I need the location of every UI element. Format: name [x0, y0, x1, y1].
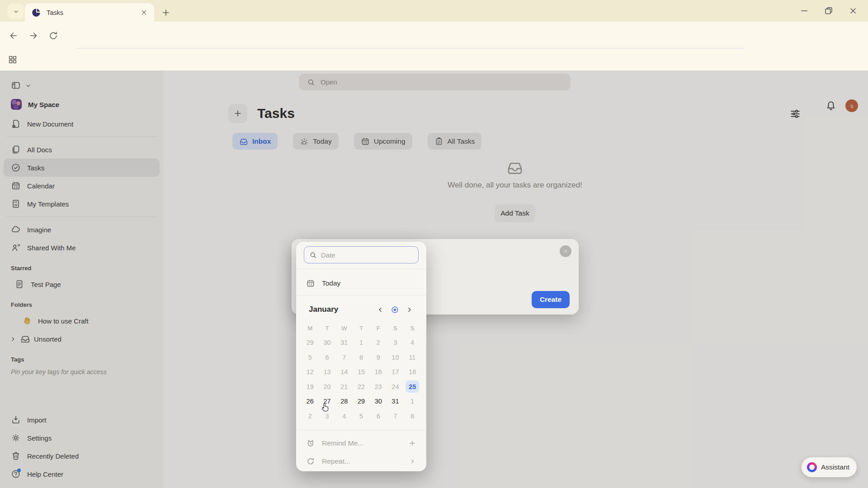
date-picker-popover: Today January MTWTFSS 293031123456789101…: [296, 242, 426, 471]
create-button[interactable]: Create: [532, 291, 570, 308]
day-25-today[interactable]: 25: [404, 380, 421, 394]
close-icon: [562, 248, 569, 254]
jump-to-today-icon[interactable]: [391, 305, 399, 314]
chevron-right-icon: [408, 457, 416, 465]
browser-tab[interactable]: Tasks: [25, 3, 154, 22]
back-icon: [9, 31, 19, 41]
minimize-button[interactable]: [797, 4, 811, 18]
next-month-icon[interactable]: [405, 305, 414, 314]
restore-button[interactable]: [822, 4, 835, 18]
day-18: 18: [404, 365, 421, 380]
day-29: 29: [302, 335, 319, 350]
day-2: 2: [302, 409, 319, 424]
mouse-cursor: [320, 401, 331, 413]
weekday-label: W: [335, 322, 353, 334]
day-4: 4: [404, 335, 421, 350]
plus-icon: [161, 8, 171, 18]
apps-grid-icon[interactable]: [5, 52, 20, 67]
popover-divider: [296, 430, 426, 430]
modal-close-button[interactable]: [560, 245, 571, 257]
day-1: 1: [353, 335, 370, 350]
day-22: 22: [353, 380, 370, 394]
day-24: 24: [387, 380, 404, 394]
assistant-ring-icon: [807, 462, 817, 472]
reload-icon: [48, 31, 58, 41]
day-29[interactable]: 29: [353, 394, 370, 409]
window-controls: [797, 0, 864, 22]
date-search-input[interactable]: [321, 251, 413, 259]
day-1: 1: [404, 394, 421, 409]
day-15: 15: [353, 365, 370, 380]
remind-me-option[interactable]: Remind Me...: [296, 433, 426, 453]
bookmark-strip: [0, 49, 868, 70]
month-label: January: [309, 305, 376, 314]
day-16: 16: [370, 365, 387, 380]
repeat-option[interactable]: Repeat...: [296, 451, 426, 471]
close-window-button[interactable]: [846, 4, 860, 18]
back-button[interactable]: [6, 28, 21, 43]
day-31[interactable]: 31: [387, 394, 404, 409]
tab-search-button[interactable]: [8, 4, 24, 19]
minimize-icon: [799, 6, 809, 16]
close-icon: [848, 6, 858, 16]
day-7: 7: [387, 409, 404, 424]
day-2: 2: [370, 335, 387, 350]
reload-button[interactable]: [46, 28, 61, 43]
forward-icon: [28, 31, 38, 41]
screen: Tasks docs.craft.do/s/My-Space--0de23e49…: [0, 0, 868, 488]
day-12: 12: [302, 365, 319, 380]
alarm-icon: [306, 439, 315, 448]
browser-toolbar: docs.craft.do/s/My-Space--0de23e49-b7ee-…: [0, 22, 868, 49]
weekday-label: F: [370, 322, 387, 334]
day-4: 4: [335, 409, 353, 424]
day-8: 8: [404, 409, 421, 424]
plus-icon: [408, 439, 416, 447]
craft-logo-icon: [31, 8, 41, 18]
calendar-icon: [306, 279, 315, 288]
weekday-label: S: [387, 322, 404, 334]
day-19: 19: [302, 380, 319, 394]
day-5: 5: [302, 350, 319, 365]
restore-icon: [824, 6, 834, 16]
popover-divider: [296, 269, 426, 269]
forward-button[interactable]: [26, 28, 41, 43]
new-tab-button[interactable]: [159, 6, 173, 19]
day-8: 8: [353, 350, 370, 365]
day-31: 31: [335, 335, 353, 350]
day-30[interactable]: 30: [370, 394, 387, 409]
weekday-header: MTWTFSS: [302, 322, 421, 334]
today-option[interactable]: Today: [296, 273, 426, 293]
repeat-icon: [306, 457, 315, 466]
day-7: 7: [335, 350, 353, 365]
day-6: 6: [370, 409, 387, 424]
day-23: 23: [370, 380, 387, 394]
browser-tabstrip: Tasks: [0, 0, 868, 22]
weekday-label: M: [302, 322, 319, 334]
prev-month-icon[interactable]: [376, 305, 385, 314]
weekday-label: S: [404, 322, 421, 334]
day-10: 10: [387, 350, 404, 365]
popover-divider: [296, 295, 426, 296]
tab-title: Tasks: [47, 9, 135, 16]
weekday-label: T: [353, 322, 370, 334]
day-5: 5: [353, 409, 370, 424]
day-6: 6: [319, 350, 336, 365]
day-9: 9: [370, 350, 387, 365]
day-28[interactable]: 28: [335, 394, 353, 409]
day-26[interactable]: 26: [302, 394, 319, 409]
day-11: 11: [404, 350, 421, 365]
calendar-month-header: January: [296, 300, 426, 319]
day-30: 30: [319, 335, 336, 350]
day-20: 20: [319, 380, 336, 394]
assistant-button[interactable]: Assistant: [802, 457, 857, 477]
day-21: 21: [335, 380, 353, 394]
tab-close-icon[interactable]: [140, 9, 148, 16]
day-13: 13: [319, 365, 336, 380]
day-17: 17: [387, 365, 404, 380]
calendar-grid: 2930311234567891011121314151617181920212…: [302, 335, 421, 423]
date-search-field[interactable]: [304, 246, 419, 263]
day-3: 3: [387, 335, 404, 350]
search-icon: [309, 251, 317, 259]
day-14: 14: [335, 365, 353, 380]
weekday-label: T: [319, 322, 336, 334]
